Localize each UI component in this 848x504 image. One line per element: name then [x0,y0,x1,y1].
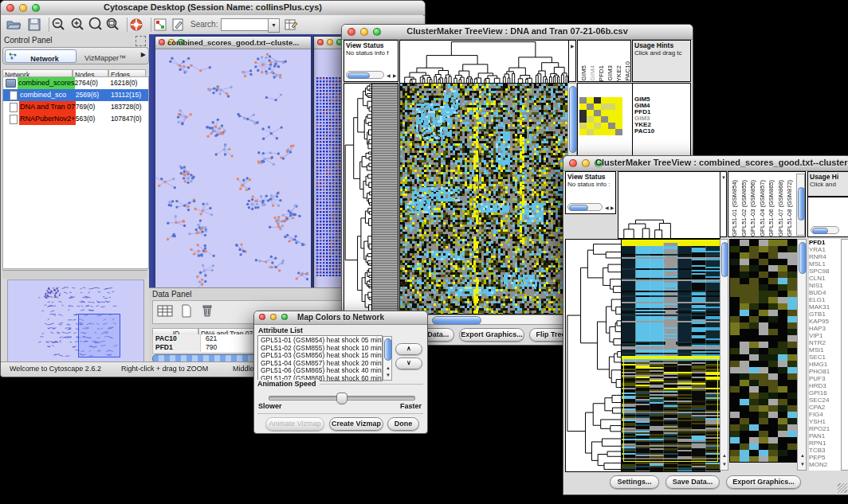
zoom-selected-icon[interactable] [87,17,103,33]
treeview1-heatmap-canvas[interactable] [399,83,569,315]
treeview2-collabel-vscrollbar[interactable] [796,174,805,236]
network-list-row[interactable]: combined_sco 2569(6) 13112(15) [3,89,148,101]
gene-label[interactable]: GPI16 [809,389,841,397]
gene-label[interactable]: HMG1 [809,361,841,368]
network-list-row[interactable]: DNA and Tran 07 769(0) 183728(0) [3,101,148,113]
view-status-scrollbar[interactable] [567,203,603,211]
attribute-list-item[interactable]: GPL51-06 (GSM865) heat shock 40 min [261,367,382,375]
help-lifering-icon[interactable] [128,17,144,33]
treeview1-titlebar[interactable]: ClusterMaker TreeView : DNA and Tran 07-… [342,25,693,40]
gene-label[interactable]: MSI1 [809,346,841,354]
treeview1-zoom-heatmap[interactable] [579,97,622,135]
gene-label[interactable]: PFD1 [809,239,841,246]
gene-label[interactable]: PUF3 [809,375,841,382]
attribute-list-item[interactable]: GPL51-03 (GSM856) heat shock 15 min [261,352,382,360]
main-titlebar[interactable]: Cytoscape Desktop (Session Name: collins… [1,1,425,16]
gene-label[interactable]: RNR4 [809,253,841,260]
attribute-list-scrollbar[interactable]: ▲ ▼ [383,336,392,381]
search-dropdown-button[interactable]: ▼ [268,18,280,33]
animate-vizmap-button[interactable]: Animate Vizmap [265,417,324,431]
usage-hints-scrollbar[interactable] [811,226,839,234]
zoom-in-icon[interactable] [69,17,85,33]
gene-label[interactable]: KAP95 [809,318,841,325]
attribute-list-item[interactable]: GPL51-02 (GSM855) heat shock 10 min [261,345,382,353]
delete-attribute-icon[interactable] [199,303,215,318]
network-frame-1[interactable]: combined_scores_good.txt--cluste... [155,36,312,295]
zoom-gene-label[interactable]: PAC10 [634,128,654,135]
gene-label[interactable]: VIP1 [809,332,841,339]
treeview1-row-labels-strip[interactable] [371,83,398,313]
scroll-down-icon[interactable]: ▼ [800,462,805,467]
gene-label[interactable]: RPN1 [809,440,841,447]
gene-label[interactable]: NTR2 [809,339,841,346]
gene-label[interactable]: PEP5 [809,454,841,461]
treeview2-titlebar[interactable]: ClusterMaker TreeView : combined_scores_… [563,156,848,171]
save-session-icon[interactable] [26,17,42,33]
network-view-canvas[interactable] [156,49,308,293]
scroll-up-icon[interactable]: ▲ [722,453,727,458]
attribute-list-item[interactable]: GPL51-04 (GSM857) heat shock 20 min [261,360,382,368]
spacer-arrow-icon[interactable]: ▶ [571,44,575,49]
annotation-icon[interactable] [170,17,186,33]
attribute-list-item[interactable]: GPL51-01 (GSM854) heat shock 05 min [261,337,382,345]
zoom-out-icon[interactable] [50,17,66,33]
scroll-left-icon[interactable]: ◀ [387,73,391,78]
gene-label[interactable]: MON2 [809,461,841,468]
dialog-titlebar[interactable]: Map Colors to Network [254,311,427,325]
attribute-table-icon[interactable] [283,17,299,33]
spacer-arrow-icon[interactable]: ▼ [721,175,726,180]
gene-label[interactable]: GTB1 [809,311,841,318]
treeview2-column-dendrogram[interactable] [618,171,720,239]
gene-label[interactable]: YSH1 [809,418,841,425]
gene-label[interactable]: MSL1 [809,260,841,268]
network-list-row[interactable]: combined_scores 2764(0) 16218(0) [3,77,148,89]
scroll-down-icon[interactable]: ▼ [386,373,391,377]
gene-label[interactable]: BUD4 [809,289,841,296]
treeview2-row-dendrogram[interactable] [565,239,622,472]
network-view-2-canvas[interactable] [316,77,343,276]
treeview2-close-button[interactable] [569,159,577,167]
gene-label[interactable]: SEC1 [809,354,841,361]
treeview2-heatmap-canvas[interactable] [621,239,720,472]
scroll-up-icon[interactable]: ▲ [800,453,805,458]
frame2-minimize-button[interactable] [327,39,333,45]
zoom-fit-icon[interactable] [104,17,120,33]
gene-label[interactable]: HRD3 [809,382,841,389]
treeview2-export-graphics-button[interactable]: Export Graphics... [726,475,801,489]
scroll-up-icon[interactable]: ▲ [386,365,391,370]
move-attribute-down-button[interactable]: ∨ [395,357,422,369]
search-input[interactable] [221,18,269,31]
gene-label[interactable]: ELG1 [809,296,841,303]
create-vizmap-button[interactable]: Create Vizmap [329,417,383,431]
gene-label[interactable]: SEC24 [809,397,841,404]
scroll-right-icon[interactable]: ▶ [610,205,614,210]
network-list-row[interactable]: RNAPuberNov2+ 563(0) 107847(0) [3,113,148,125]
scroll-right-icon[interactable]: ▶ [393,73,397,78]
treeview2-minimize-button[interactable] [582,159,590,167]
open-file-icon[interactable] [6,17,22,33]
tab-overflow-button[interactable]: ▶ [141,51,146,58]
resize-grip[interactable] [838,483,847,493]
gene-label[interactable]: CPA2 [809,404,841,411]
gene-label[interactable]: PAN1 [809,432,841,440]
animation-speed-slider[interactable] [269,396,415,400]
new-attribute-icon[interactable] [179,303,194,319]
tab-network[interactable]: Network [5,49,77,63]
treeview2-vscrollbar[interactable]: ▲ ▼ [720,239,728,471]
slider-thumb[interactable] [336,393,347,404]
treeview2-zoom-vscrollbar[interactable]: ▲ ▼ [797,239,807,471]
scroll-down-icon[interactable]: ▼ [722,462,727,467]
gene-label[interactable]: NIS1 [809,282,841,289]
gene-label[interactable]: PHO81 [809,368,841,375]
gene-label[interactable]: CLN1 [809,275,841,282]
gene-label[interactable]: RPO21 [809,425,841,432]
move-attribute-up-button[interactable]: ∧ [395,343,422,355]
done-button[interactable]: Done [387,417,419,431]
float-panel-icon[interactable] [135,36,146,46]
gene-label[interactable]: SPC98 [809,268,841,275]
gene-label[interactable]: FIG4 [809,411,841,418]
gene-label[interactable]: YRA1 [809,246,841,253]
treeview1-column-dendrogram[interactable] [399,40,569,84]
treeview2-zoom-heatmap-canvas[interactable] [729,239,798,463]
view-status-scrollbar[interactable] [346,71,384,79]
